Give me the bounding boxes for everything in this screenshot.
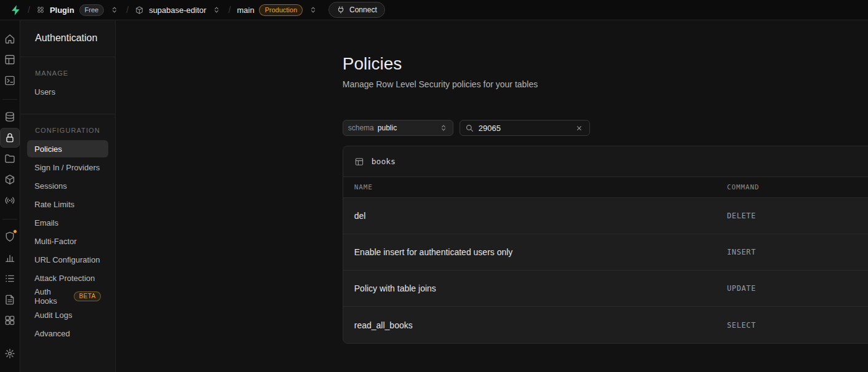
policy-command: DELETE bbox=[727, 212, 868, 220]
policy-name: Policy with table joins bbox=[343, 283, 727, 293]
breadcrumb-branch: main Production bbox=[237, 4, 319, 16]
project-name[interactable]: supabase-editor bbox=[149, 6, 206, 15]
policy-name: del bbox=[343, 211, 727, 221]
topbar: / Plugin Free / supabase-editor / main P… bbox=[0, 0, 868, 20]
clear-search-button[interactable] bbox=[574, 123, 584, 133]
beta-badge: BETA bbox=[74, 291, 100, 301]
table-row[interactable]: Enable insert for authenticated users on… bbox=[343, 234, 868, 271]
branch-name[interactable]: main bbox=[237, 6, 254, 15]
sidebar-item-policies[interactable]: Policies bbox=[27, 140, 108, 157]
nav-advisors[interactable] bbox=[0, 227, 20, 247]
table-editor-icon bbox=[4, 53, 16, 66]
org-plan-badge: Free bbox=[79, 4, 105, 16]
sidebar-item-sign-in-providers[interactable]: Sign In / Providers bbox=[27, 159, 108, 176]
nav-edge-functions[interactable] bbox=[0, 170, 20, 189]
nav-table-editor[interactable] bbox=[0, 50, 20, 69]
sidebar-item-label: Advanced bbox=[34, 329, 70, 338]
sidebar-item-label: Emails bbox=[34, 218, 58, 228]
sidebar-item-rate-limits[interactable]: Rate Limits bbox=[27, 196, 108, 213]
database-icon bbox=[4, 111, 16, 123]
chevrons-up-down-icon bbox=[212, 6, 221, 14]
policy-name: Enable insert for authenticated users on… bbox=[343, 247, 727, 257]
rail-divider bbox=[2, 219, 17, 220]
policy-command: INSERT bbox=[727, 248, 868, 256]
project-switcher-button[interactable] bbox=[211, 4, 222, 15]
policy-command: UPDATE bbox=[727, 284, 868, 293]
sidebar-item-label: Policies bbox=[34, 144, 62, 154]
schema-select[interactable]: schema public bbox=[343, 120, 453, 136]
sidebar-item-label: Sessions bbox=[34, 181, 67, 191]
schema-select-value: public bbox=[378, 124, 397, 132]
nav-logs[interactable] bbox=[0, 269, 20, 288]
branch-switcher-button[interactable] bbox=[308, 4, 319, 15]
table-row[interactable]: read_all_booksSELECT bbox=[343, 307, 868, 343]
close-icon bbox=[575, 124, 583, 132]
table-row[interactable]: delDELETE bbox=[343, 198, 868, 234]
sidebar-item-label: Auth Hooks bbox=[34, 287, 74, 306]
sidebar-item-url-configuration[interactable]: URL Configuration bbox=[27, 251, 108, 268]
nav-home[interactable] bbox=[0, 29, 20, 49]
section-label: MANAGE bbox=[20, 57, 115, 83]
sidebar-item-advanced[interactable]: Advanced bbox=[27, 325, 108, 342]
nav-api-docs[interactable] bbox=[0, 290, 20, 309]
sidebar-item-auth-hooks[interactable]: Auth HooksBETA bbox=[27, 288, 108, 305]
auth-icon bbox=[4, 132, 16, 144]
table-icon bbox=[354, 157, 364, 167]
main-content: Policies Manage Row Level Security polic… bbox=[116, 20, 868, 372]
nav-realtime[interactable] bbox=[0, 191, 20, 210]
nav-storage[interactable] bbox=[0, 149, 20, 168]
sidebar-item-label: Users bbox=[34, 87, 55, 97]
section-label: CONFIGURATION bbox=[20, 114, 115, 140]
home-icon bbox=[4, 33, 16, 45]
realtime-icon bbox=[4, 194, 16, 207]
table-name: books bbox=[372, 157, 396, 166]
supabase-logo-icon[interactable] bbox=[10, 4, 22, 16]
table-row[interactable]: Policy with table joinsUPDATE bbox=[343, 271, 868, 307]
chevrons-up-down-icon bbox=[110, 6, 119, 14]
org-name[interactable]: Plugin bbox=[50, 6, 74, 15]
rail-divider bbox=[2, 99, 17, 100]
organization-icon bbox=[36, 6, 45, 14]
sidebar-item-multi-factor[interactable]: Multi-Factor bbox=[27, 232, 108, 250]
nav-database[interactable] bbox=[0, 107, 20, 127]
connect-button[interactable]: Connect bbox=[328, 2, 385, 18]
search-input[interactable] bbox=[479, 124, 570, 133]
plug-icon bbox=[336, 6, 345, 14]
sql-editor-icon bbox=[4, 74, 16, 87]
storage-icon bbox=[4, 152, 16, 165]
sidebar-section-configuration: CONFIGURATIONPoliciesSign In / Providers… bbox=[20, 114, 115, 355]
search-icon bbox=[465, 124, 474, 133]
table-column-header: NAME COMMAND bbox=[343, 177, 868, 198]
sidebar-item-sessions[interactable]: Sessions bbox=[27, 177, 108, 194]
reports-icon bbox=[4, 251, 16, 264]
nav-settings[interactable] bbox=[0, 344, 20, 363]
api-docs-icon bbox=[4, 293, 16, 306]
nav-auth[interactable] bbox=[0, 128, 20, 148]
page-title: Policies bbox=[343, 53, 868, 74]
chevrons-up-down-icon bbox=[309, 6, 317, 14]
nav-sql-editor[interactable] bbox=[0, 71, 20, 90]
policy-search bbox=[460, 120, 590, 136]
sidebar-item-audit-logs[interactable]: Audit Logs bbox=[27, 306, 108, 323]
breadcrumb-project: supabase-editor bbox=[135, 4, 222, 15]
notification-dot bbox=[13, 229, 17, 234]
nav-reports[interactable] bbox=[0, 248, 20, 267]
sidebar-item-attack-protection[interactable]: Attack Protection bbox=[27, 269, 108, 287]
sidebar-item-label: Attack Protection bbox=[34, 274, 95, 283]
settings-icon bbox=[4, 347, 16, 360]
sidebar-item-users[interactable]: Users bbox=[27, 83, 108, 100]
sidebar-item-label: Sign In / Providers bbox=[34, 163, 100, 172]
policy-command: SELECT bbox=[727, 321, 868, 330]
schema-select-label: schema bbox=[348, 124, 374, 132]
nav-integrations[interactable] bbox=[0, 311, 20, 330]
breadcrumb-separator: / bbox=[228, 5, 231, 15]
policies-table-card: books NAME COMMAND delDELETEEnable inser… bbox=[343, 146, 868, 344]
breadcrumb-org: Plugin Free bbox=[36, 4, 120, 16]
auth-sidebar: Authentication MANAGEUsersCONFIGURATIONP… bbox=[20, 20, 116, 372]
org-switcher-button[interactable] bbox=[109, 4, 120, 15]
sidebar-item-label: URL Configuration bbox=[34, 255, 100, 264]
page-subtitle: Manage Row Level Security policies for y… bbox=[343, 79, 868, 89]
sidebar-item-emails[interactable]: Emails bbox=[27, 214, 108, 231]
project-icon bbox=[135, 6, 144, 15]
edge-functions-icon bbox=[4, 173, 16, 186]
